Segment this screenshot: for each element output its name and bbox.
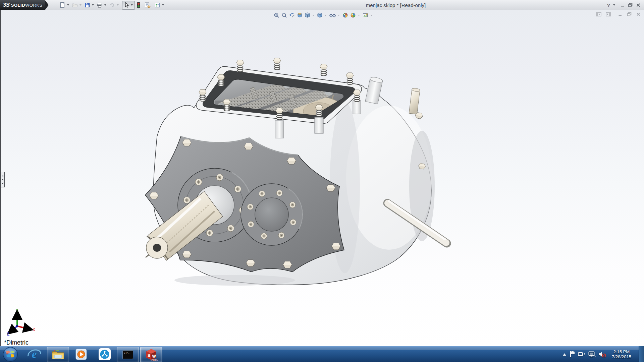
- triad-y-label: Y: [16, 308, 18, 313]
- new-document-button[interactable]: [59, 1, 66, 9]
- save-button[interactable]: [84, 1, 91, 9]
- solidworks-letter-s: S: [148, 353, 150, 358]
- open-button[interactable]: [71, 1, 78, 9]
- taskbar-windows-explorer[interactable]: [47, 347, 69, 362]
- rebuild-button[interactable]: [136, 1, 141, 9]
- brand-text-light: WORKS: [25, 3, 43, 8]
- open-dropdown[interactable]: [79, 4, 82, 6]
- select-tool-group: [122, 1, 135, 10]
- taskbar-solidworks[interactable]: S W 2015: [140, 347, 162, 362]
- print-dropdown[interactable]: [104, 4, 106, 6]
- close-button[interactable]: [636, 3, 641, 7]
- select-cursor-icon: [123, 2, 129, 8]
- taskbar-internet-explorer[interactable]: e: [23, 347, 45, 362]
- windows-explorer-icon: [52, 349, 64, 360]
- new-document-dropdown[interactable]: [67, 4, 69, 6]
- share-app-icon: [98, 348, 111, 361]
- brand-flyout-arrow[interactable]: [45, 0, 49, 10]
- solidworks-logo: 3S SOLIDWORKS: [0, 0, 45, 10]
- taskbar-command-prompt[interactable]: C:\_: [117, 347, 139, 362]
- undo-button[interactable]: [109, 1, 115, 9]
- print-button[interactable]: [96, 1, 103, 9]
- undo-dropdown[interactable]: [117, 4, 119, 6]
- title-bar: 3S SOLIDWORKS: [0, 0, 644, 10]
- new-document-icon: [59, 2, 65, 8]
- taskbar: e C:\_: [0, 346, 644, 362]
- system-tray: 2:15 PM 7/28/2015: [561, 346, 644, 362]
- restore-button[interactable]: [628, 3, 633, 7]
- reference-triad: Y X Z: [6, 308, 37, 338]
- brand-text-bold: SOLID: [11, 3, 25, 8]
- document-title: menjac sklop * [Read-only]: [148, 0, 644, 10]
- model-viewport[interactable]: Y X Z *Dimetric: [0, 10, 644, 346]
- triad-z-label: Z: [7, 332, 9, 337]
- open-icon: [72, 2, 78, 8]
- save-dropdown[interactable]: [92, 4, 94, 6]
- clock-time: 2:15 PM: [607, 349, 636, 354]
- print-icon: [97, 2, 103, 8]
- show-desktop-button[interactable]: [639, 346, 644, 362]
- window-controls: ?: [607, 0, 641, 10]
- taskbar-share-app[interactable]: [94, 347, 115, 362]
- taskbar-clock[interactable]: 2:15 PM 7/28/2015: [607, 349, 636, 359]
- network-display-icon[interactable]: [587, 351, 597, 358]
- view-orientation-label: *Dimetric: [4, 339, 29, 346]
- start-button[interactable]: [3, 347, 18, 362]
- show-hidden-icons-button[interactable]: [561, 353, 568, 356]
- action-center-flag-icon[interactable]: [568, 351, 577, 358]
- select-dropdown[interactable]: [131, 4, 133, 6]
- undo-icon: [109, 2, 115, 8]
- select-button[interactable]: [123, 1, 130, 9]
- command-prompt-icon: C:\_: [122, 350, 133, 359]
- save-icon: [84, 2, 90, 8]
- gearbox-assembly-model[interactable]: [0, 10, 644, 346]
- top-shaft-stub: [409, 88, 420, 114]
- taskbar-windows-media-player[interactable]: [70, 347, 92, 362]
- triad-x-label: X: [33, 327, 35, 332]
- brand-mark: 3S: [3, 2, 9, 8]
- power-plug-icon[interactable]: [577, 351, 587, 357]
- clock-date: 7/28/2015: [607, 354, 636, 359]
- output-bearing-boss: [241, 184, 303, 245]
- windows-media-player-icon: [75, 348, 88, 361]
- volume-muted-icon[interactable]: [597, 351, 607, 358]
- internet-explorer-orbit: [27, 348, 42, 361]
- help-dropdown[interactable]: [613, 4, 615, 6]
- solidworks-letter-w: W: [152, 354, 156, 359]
- solidworks-year: 2015: [151, 358, 158, 361]
- help-button[interactable]: ?: [607, 2, 610, 8]
- minimize-button[interactable]: [620, 3, 625, 7]
- rebuild-icon: [136, 2, 141, 8]
- solidworks-icon: S W 2015: [145, 348, 158, 361]
